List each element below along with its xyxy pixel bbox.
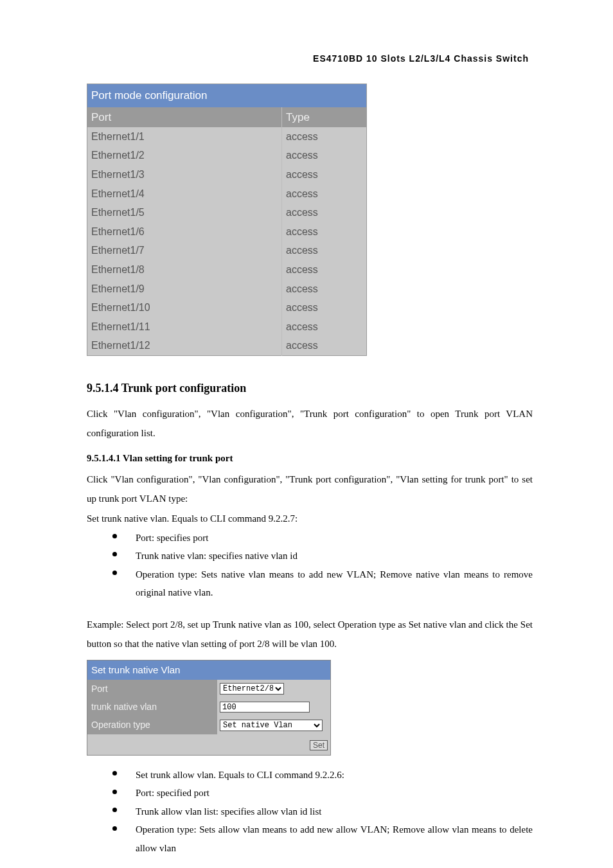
para-95141-1: Click "Vlan configuration", "Vlan config… xyxy=(87,470,533,508)
port-select[interactable]: Ethernet2/8 xyxy=(220,683,284,695)
para-9514-1: Click "Vlan configuration", "Vlan config… xyxy=(87,404,533,443)
list-item: Trunk native vlan: specifies native vlan… xyxy=(112,547,533,565)
list-item: Operation type: Sets allow vlan means to… xyxy=(112,820,533,857)
cell-port: Ethernet1/6 xyxy=(87,222,282,242)
para-95141-2: Set trunk native vlan. Equals to CLI com… xyxy=(87,511,533,526)
tbl2-row-op-label: Operation type xyxy=(87,716,218,734)
cell-port: Ethernet1/8 xyxy=(87,260,282,279)
port-mode-table: Port mode configuration Port Type Ethern… xyxy=(87,84,367,356)
table-row: Ethernet1/12access xyxy=(87,336,367,355)
table-title: Port mode configuration xyxy=(87,84,367,107)
cell-type: access xyxy=(282,298,367,317)
cell-port: Ethernet1/1 xyxy=(87,127,282,146)
col-type: Type xyxy=(282,107,367,127)
list-item: Port: specified port xyxy=(112,784,533,802)
bullet-list-2: Set trunk allow vlan. Equals to CLI comm… xyxy=(112,766,533,858)
table-row: Ethernet1/4access xyxy=(87,184,367,204)
list-item: Port: specifies port xyxy=(112,529,533,547)
cell-type: access xyxy=(282,184,367,204)
operation-type-select[interactable]: Set native Vlan xyxy=(220,720,323,731)
cell-port: Ethernet1/2 xyxy=(87,146,282,165)
set-button[interactable]: Set xyxy=(310,740,328,750)
cell-type: access xyxy=(282,260,367,279)
heading-9514: 9.5.1.4 Trunk port configuration xyxy=(87,379,533,398)
table-row: Ethernet1/5access xyxy=(87,203,367,222)
table-row: Ethernet1/6access xyxy=(87,222,367,242)
table-row: Ethernet1/9access xyxy=(87,279,367,299)
table-row: Ethernet1/1access xyxy=(87,127,367,146)
page-header: ES4710BD 10 Slots L2/L3/L4 Chassis Switc… xyxy=(87,51,533,66)
bullet-list-1: Port: specifies portTrunk native vlan: s… xyxy=(112,529,533,602)
cell-type: access xyxy=(282,317,367,337)
list-item: Operation type: Sets native vlan means t… xyxy=(112,565,533,602)
tbl2-row-native-label: trunk native vlan xyxy=(87,698,218,716)
cell-port: Ethernet1/9 xyxy=(87,279,282,299)
table-row: Ethernet1/3access xyxy=(87,165,367,184)
cell-port: Ethernet1/10 xyxy=(87,298,282,317)
table-row: Ethernet1/2access xyxy=(87,146,367,165)
table-row: Ethernet1/8access xyxy=(87,260,367,279)
list-item: Set trunk allow vlan. Equals to CLI comm… xyxy=(112,766,533,784)
cell-port: Ethernet1/11 xyxy=(87,317,282,337)
cell-port: Ethernet1/7 xyxy=(87,241,282,260)
cell-type: access xyxy=(282,127,367,146)
cell-type: access xyxy=(282,279,367,299)
tbl2-row-port-label: Port xyxy=(87,680,218,698)
cell-port: Ethernet1/3 xyxy=(87,165,282,184)
cell-type: access xyxy=(282,222,367,242)
para-95141-3: Example: Select port 2/8, set up Trunk n… xyxy=(87,615,533,653)
tbl2-title: Set trunk native Vlan xyxy=(87,660,331,680)
cell-type: access xyxy=(282,241,367,260)
set-trunk-native-table: Set trunk native Vlan Port Ethernet2/8 t… xyxy=(87,660,331,756)
cell-port: Ethernet1/12 xyxy=(87,336,282,355)
cell-type: access xyxy=(282,336,367,355)
cell-type: access xyxy=(282,165,367,184)
table-row: Ethernet1/10access xyxy=(87,298,367,317)
cell-port: Ethernet1/4 xyxy=(87,184,282,204)
table-row: Ethernet1/7access xyxy=(87,241,367,260)
col-port: Port xyxy=(87,107,282,127)
heading-95141: 9.5.1.4.1 Vlan setting for trunk port xyxy=(87,450,533,466)
cell-port: Ethernet1/5 xyxy=(87,203,282,222)
list-item: Trunk allow vlan list: specifies allow v… xyxy=(112,802,533,821)
cell-type: access xyxy=(282,146,367,165)
table-row: Ethernet1/11access xyxy=(87,317,367,337)
cell-type: access xyxy=(282,203,367,222)
native-vlan-input[interactable] xyxy=(220,702,310,713)
